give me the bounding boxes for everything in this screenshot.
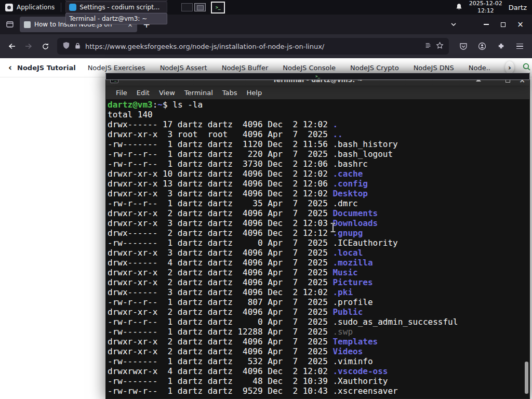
taskbar-item-terminal[interactable]: >_Terminal - dartz@vm3: ~ — [65, 13, 167, 24]
forward-button[interactable] — [21, 38, 36, 54]
applications-menu[interactable]: Applications — [0, 0, 60, 15]
workspace-switcher[interactable] — [181, 3, 206, 11]
file-meta: drwxr-xr-x 3 root root 4096 Apr 7 2025 — [108, 129, 332, 139]
file-name: .vscode-oss — [332, 366, 388, 376]
terminal-scrollbar[interactable] — [525, 362, 528, 394]
firefox-view-icon[interactable] — [3, 18, 17, 31]
file-meta: -rw-r--r-- 1 dartz dartz 0 Apr 7 2025 — [108, 317, 332, 327]
site-nav-item[interactable]: NodeJS Exercises — [88, 64, 145, 72]
site-nav-item[interactable]: NodeJS DNS — [414, 64, 454, 72]
search-icon[interactable] — [522, 62, 531, 73]
notification-bell-icon[interactable] — [455, 3, 463, 12]
terminal-output-line: drwxr-xr-x 3 dartz dartz 4096 Dec 2 12:0… — [108, 218, 529, 228]
terminal-output-line: -rw-rw-r-- 1 dartz dartz 9529 Dec 2 10:4… — [108, 386, 529, 396]
file-meta: drwxr-xr-x 2 dartz dartz 4096 Apr 7 2025 — [108, 337, 332, 347]
taskbar-item-label: Terminal - dartz@vm3: ~ — [69, 15, 147, 22]
file-name: . — [332, 119, 338, 129]
file-meta: -rw------- 1 dartz dartz 1120 Dec 2 11:5… — [108, 139, 332, 149]
site-nav-item[interactable]: NodeJS Assert — [160, 64, 207, 72]
file-name: .swp — [332, 327, 353, 337]
tracking-shield-icon[interactable] — [62, 42, 70, 51]
reload-button[interactable] — [37, 38, 53, 54]
terminal-output-line: -rw------- 1 dartz dartz 48 Dec 2 10:39 … — [108, 376, 529, 386]
file-meta: drwx------ 2 dartz dartz 4096 Dec 2 12:1… — [108, 228, 332, 238]
terminal-menu-edit[interactable]: Edit — [132, 89, 154, 97]
terminal-menu-tabs[interactable]: Tabs — [218, 89, 242, 97]
tray-terminal-icon[interactable]: >_ — [211, 2, 225, 14]
terminal-output-line: drwxrwxr-x 4 dartz dartz 4096 Dec 2 12:0… — [108, 366, 529, 376]
terminal-window: >_ Terminal - dartz@vm3: ~ × FileEditVie… — [105, 73, 530, 399]
file-name: Desktop — [332, 189, 367, 198]
terminal-output-line: drwxr-xr-x 3 dartz dartz 4096 Apr 7 2025… — [108, 248, 529, 258]
file-name: .bashrc — [332, 159, 367, 169]
taskbar-item-settings[interactable]: Settings - codium script... — [65, 2, 167, 13]
terminal-output-line: drwx------ 17 dartz dartz 4096 Dec 2 12:… — [108, 119, 529, 129]
site-nav-item[interactable]: NodeJS Tutorial — [17, 64, 76, 72]
workspace-2[interactable] — [194, 3, 206, 11]
terminal-output-line: -rw------- 1 dartz dartz 1120 Dec 2 11:5… — [108, 139, 529, 149]
prompt-user-host: dartz@vm3 — [108, 100, 153, 110]
account-icon[interactable] — [475, 39, 489, 54]
terminal-output-line: -rw-r--r-- 1 dartz dartz 0 Apr 7 2025 .s… — [108, 317, 529, 327]
terminal-output-line: drwxr-xr-x 2 dartz dartz 4096 Apr 7 2025… — [108, 277, 529, 287]
panel-status-area: 2025-12-02 12:12 Dartz — [455, 0, 532, 15]
file-name: .config — [332, 179, 367, 189]
file-name: .local — [332, 248, 363, 258]
file-meta: drwxr-xr-x 3 dartz dartz 4096 Dec 2 12:0… — [108, 189, 332, 198]
file-meta: drwxr-xr-x 2 dartz dartz 4096 Apr 7 2025 — [108, 277, 332, 287]
terminal-output-line: -rw------- 1 dartz dartz 0 Apr 7 2025 .I… — [108, 238, 529, 248]
clock-date: 2025-12-02 — [469, 0, 502, 7]
terminal-output-line: -rw-r--r-- 1 dartz dartz 3730 Dec 2 12:0… — [108, 159, 529, 169]
site-nav-item[interactable]: NodeJS Console — [283, 64, 336, 72]
reader-mode-icon[interactable] — [424, 42, 432, 51]
file-meta: drwxr-xr-x 2 dartz dartz 4096 Apr 7 2025 — [108, 208, 332, 218]
terminal-menu-terminal[interactable]: Terminal — [180, 89, 218, 97]
menu-hamburger-icon[interactable] — [512, 39, 527, 54]
file-meta: -rw------- 1 dartz dartz 532 Apr 7 2025 — [108, 356, 332, 366]
panel-clock[interactable]: 2025-12-02 12:12 — [469, 0, 502, 15]
url-text[interactable]: https://www.geeksforgeeks.org/node-js/in… — [85, 43, 420, 50]
browser-window-controls: × — [477, 15, 529, 34]
browser-toolbar: https://www.geeksforgeeks.org/node-js/in… — [0, 34, 532, 58]
file-name: .viminfo — [332, 356, 373, 366]
site-nav-item[interactable]: NodeJS Buffer — [222, 64, 269, 72]
extensions-puzzle-icon[interactable] — [494, 39, 508, 54]
nav-scroll-right-icon[interactable]: › — [505, 61, 514, 74]
file-meta: drwxrwxr-x 4 dartz dartz 4096 Dec 2 12:0… — [108, 366, 332, 376]
terminal-menu-help[interactable]: Help — [242, 89, 267, 97]
desktop: Applications How to Install Node.js o...… — [0, 0, 532, 399]
file-meta: drwx------ 4 dartz dartz 4096 Apr 7 2025 — [108, 258, 332, 268]
back-button[interactable] — [4, 38, 20, 54]
file-name: Public — [332, 307, 363, 317]
nav-scroll-left-icon[interactable]: ‹ — [8, 62, 12, 73]
file-meta: -rw------- 1 dartz dartz 0 Apr 7 2025 — [108, 238, 332, 248]
terminal-output-line: total 140 — [108, 110, 529, 119]
terminal-command: ls -la — [172, 100, 203, 110]
url-bar[interactable]: https://www.geeksforgeeks.org/node-js/in… — [57, 38, 449, 55]
prompt-separator: : — [153, 100, 158, 110]
file-name: Templates — [332, 337, 378, 347]
terminal-menu-view[interactable]: View — [154, 89, 180, 97]
terminal-icon: >_ — [105, 73, 530, 80]
browser-minimize-button[interactable] — [477, 15, 495, 34]
list-all-tabs-icon[interactable] — [446, 21, 461, 28]
terminal-output-line: drwxr-xr-x 13 dartz dartz 4096 Dec 2 12:… — [108, 179, 529, 189]
lock-icon[interactable] — [74, 42, 81, 51]
browser-maximize-button[interactable] — [495, 15, 512, 34]
terminal-output-line: drwxr-xr-x 3 root root 4096 Apr 7 2025 .… — [108, 129, 529, 139]
terminal-output-line: drwxr-xr-x 10 dartz dartz 4096 Dec 2 12:… — [108, 169, 529, 179]
bookmark-star-icon[interactable] — [436, 42, 444, 51]
site-nav-item[interactable]: NodeJS Crypto — [350, 64, 399, 72]
terminal-menu-file[interactable]: File — [111, 89, 132, 97]
terminal-output-line: drwxr-xr-x 2 dartz dartz 4096 Apr 7 2025… — [108, 307, 529, 317]
file-meta: drwxr-xr-x 2 dartz dartz 4096 Apr 7 2025 — [108, 347, 332, 356]
workspace-1[interactable] — [181, 3, 193, 11]
user-menu[interactable]: Dartz — [509, 4, 527, 11]
file-name: Videos — [332, 347, 363, 356]
terminal-output-line: -rw-r--r-- 1 dartz dartz 220 Apr 7 2025 … — [108, 149, 529, 159]
terminal-screen[interactable]: dartz@vm3:~$ ls -latotal 140drwx------ 1… — [105, 99, 530, 399]
site-nav-item[interactable]: Node.. — [469, 64, 490, 72]
file-name: .profile — [332, 297, 373, 307]
browser-close-button[interactable]: × — [512, 15, 529, 34]
pocket-icon[interactable] — [456, 39, 471, 54]
